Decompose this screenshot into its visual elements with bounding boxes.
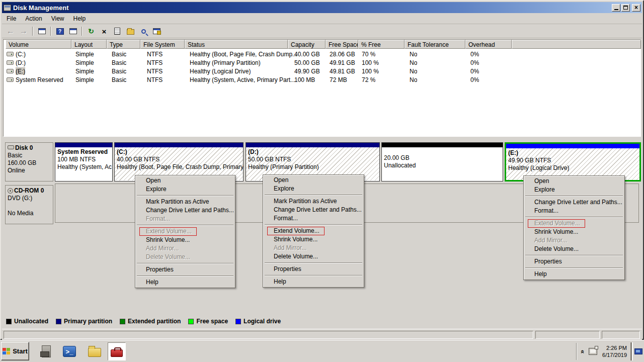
column-header-free[interactable]: % Free [358, 40, 405, 49]
menu-item-explore[interactable]: Explore [264, 185, 363, 193]
column-header-fault-tolerance[interactable]: Fault Tolerance [405, 40, 465, 49]
menu-item-shrink-volume[interactable]: Shrink Volume... [524, 228, 624, 236]
computer-management-button[interactable] [108, 342, 126, 360]
menu-item-open[interactable]: Open [136, 176, 234, 185]
menu-item-change-drive-letter-and-paths[interactable]: Change Drive Letter and Paths... [264, 206, 363, 214]
menu-item-label: Properties [146, 266, 174, 273]
partition-20-00-gb[interactable]: 20.00 GBUnallocated [381, 142, 503, 182]
column-header-file-system[interactable]: File System [140, 40, 185, 49]
menu-item-delete-volume[interactable]: Delete Volume... [264, 252, 363, 261]
menu-item-open[interactable]: Open [264, 176, 363, 185]
refresh-button[interactable]: ↻ [85, 26, 97, 37]
clock-date: 6/17/2019 [602, 351, 627, 358]
column-header-status[interactable]: Status [185, 40, 288, 49]
menu-item-properties[interactable]: Properties [136, 265, 234, 274]
disk0-header[interactable]: Disk 0 Basic 160.00 GB Online [5, 142, 53, 182]
partition-system-reserved[interactable]: System Reserved100 MB NTFSHealthy (Syste… [55, 142, 113, 182]
volume-row-system-reserved[interactable]: System ReservedSimpleBasicNTFSHealthy (S… [4, 75, 640, 84]
minimize-button[interactable] [612, 4, 620, 12]
delete-button[interactable]: × [98, 26, 110, 37]
forward-button[interactable]: → [18, 26, 30, 37]
menu-item-open[interactable]: Open [524, 177, 624, 186]
menu-item-shrink-volume[interactable]: Shrink Volume... [136, 236, 234, 244]
menu-item-format[interactable]: Format... [264, 214, 363, 223]
server-manager-button[interactable] [37, 342, 55, 360]
menu-item-label: Explore [534, 186, 555, 193]
menu-file[interactable]: File [2, 14, 21, 23]
column-header-filler[interactable] [512, 40, 641, 49]
cell-type: Basic [112, 50, 126, 58]
start-button[interactable]: Start [1, 342, 29, 360]
disk-management-window: Disk Management × File Action View Help … [0, 0, 644, 340]
manage-button[interactable] [150, 26, 163, 37]
menu-separator [137, 225, 233, 226]
volume-row-e[interactable]: (E:)SimpleBasicNTFSHealthy (Logical Driv… [4, 67, 640, 75]
partition-type-bar [506, 144, 639, 148]
network-icon[interactable] [589, 348, 597, 355]
menu-item-mark-partition-as-active[interactable]: Mark Partition as Active [264, 197, 363, 206]
show-hidden-icons-chevron[interactable]: « [579, 349, 587, 353]
explorer-button[interactable] [86, 342, 104, 360]
column-header-overhead[interactable]: Overhead [465, 40, 512, 49]
find-button[interactable] [137, 26, 149, 37]
close-button[interactable]: × [632, 4, 640, 12]
menu-item-explore[interactable]: Explore [524, 186, 624, 194]
legend-unallocated: Unallocated [6, 318, 48, 325]
menu-item-label: Delete Volume... [146, 253, 190, 260]
cell-status: Healthy (Logical Drive) [190, 67, 251, 75]
menu-item-explore[interactable]: Explore [136, 185, 234, 194]
column-header-free-space[interactable]: Free Space [326, 40, 358, 49]
menu-item-help[interactable]: Help [264, 278, 363, 286]
pane-splitter[interactable] [2, 137, 642, 141]
open-folder-button[interactable] [124, 26, 136, 37]
show-desktop-button[interactable] [632, 342, 644, 360]
menu-item-help[interactable]: Help [524, 270, 624, 279]
menu-item-label: Shrink Volume... [274, 236, 317, 243]
menu-item-change-drive-letter-and-paths[interactable]: Change Drive Letter and Paths... [524, 198, 624, 207]
menu-separator [525, 267, 623, 268]
partition-size: Unallocated [384, 162, 503, 169]
column-header-volume[interactable]: Volume [6, 40, 71, 49]
volume-row-c[interactable]: (C:)SimpleBasicNTFSHealthy (Boot, Page F… [4, 50, 640, 58]
volume-list-header: VolumeLayoutTypeFile SystemStatusCapacit… [4, 40, 640, 49]
menu-action[interactable]: Action [21, 14, 46, 23]
menu-item-delete-volume[interactable]: Delete Volume... [524, 245, 624, 253]
menu-help[interactable]: Help [69, 14, 91, 23]
cell-pct_free: 100 % [362, 67, 379, 75]
menu-item-shrink-volume[interactable]: Shrink Volume... [264, 235, 363, 244]
volume-row-d[interactable]: (D:)SimpleBasicNTFSHealthy (Primary Part… [4, 58, 640, 67]
menu-item-extend-volume[interactable]: Extend Volume... [264, 227, 363, 235]
menu-item-change-drive-letter-and-paths[interactable]: Change Drive Letter and Paths... [136, 206, 234, 215]
menu-item-label: Help [534, 270, 547, 278]
menu-item-properties[interactable]: Properties [264, 265, 363, 274]
properties-button[interactable] [111, 26, 123, 37]
menu-item-label: Delete Volume... [274, 253, 318, 260]
back-button[interactable]: ← [5, 26, 17, 37]
menu-item-help[interactable]: Help [136, 278, 234, 287]
menu-separator [525, 255, 623, 256]
toolbox-icon [111, 349, 123, 357]
help-button[interactable]: ? [54, 26, 66, 37]
legend-label: Free space [196, 318, 228, 325]
partition-name: (E:) [508, 149, 639, 157]
console-tree-button[interactable] [36, 26, 48, 37]
column-header-type[interactable]: Type [107, 40, 140, 49]
powershell-button[interactable]: >_ [60, 342, 78, 360]
title-bar[interactable]: Disk Management × [2, 2, 642, 13]
legend-swatch [235, 319, 241, 324]
legend-label: Primary partition [64, 318, 112, 325]
column-header-capacity[interactable]: Capacity [288, 40, 326, 49]
cdrom-header[interactable]: CD-ROM 0 DVD (G:) No Media [5, 185, 53, 224]
maximize-button[interactable] [621, 4, 630, 12]
menu-item-properties[interactable]: Properties [524, 257, 624, 266]
cell-fs: NTFS [147, 75, 163, 83]
tray-divider [576, 343, 577, 360]
cell-pct_free: 100 % [362, 58, 379, 66]
action-pane-button[interactable] [67, 26, 79, 37]
menu-view[interactable]: View [47, 14, 69, 23]
menu-item-mark-partition-as-active[interactable]: Mark Partition as Active [136, 198, 234, 206]
volume-icon [7, 69, 14, 73]
clock[interactable]: 2:26 PM 6/17/2019 [602, 344, 627, 358]
column-header-layout[interactable]: Layout [71, 40, 107, 49]
menu-item-format[interactable]: Format... [524, 207, 624, 215]
